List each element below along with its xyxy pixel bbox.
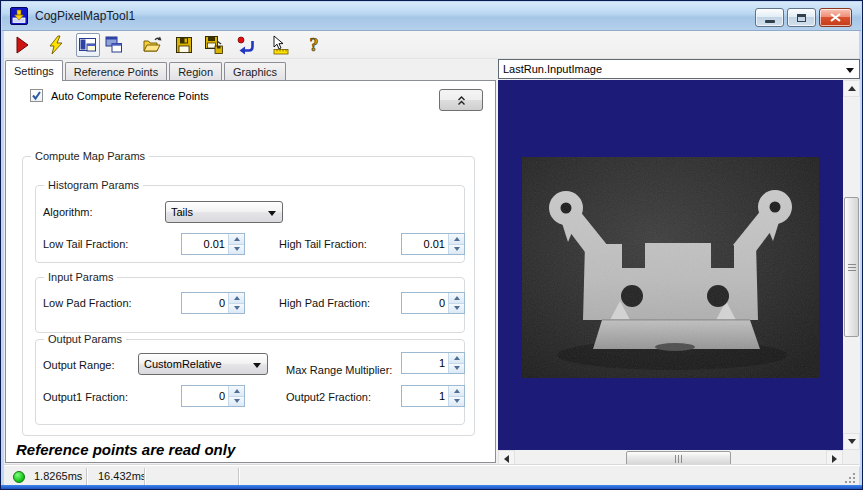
save-icon [174,35,194,55]
spin-down-button[interactable] [229,245,244,255]
output1-fraction-spinner[interactable] [181,385,245,407]
output1-fraction-input[interactable] [182,386,228,406]
low-pad-fraction-label: Low Pad Fraction: [43,297,132,309]
electric-run-button[interactable] [44,33,68,57]
output2-fraction-spinner[interactable] [401,385,465,407]
open-file-button[interactable] [140,33,164,57]
spin-up-button[interactable] [449,234,464,245]
arrow-left-icon [504,455,509,463]
max-range-multiplier-spinner[interactable] [401,352,465,374]
spin-down-button[interactable] [449,304,464,314]
low-tail-fraction-label: Low Tail Fraction: [43,238,128,250]
tab-settings[interactable]: Settings [5,60,63,81]
tab-region-label: Region [178,66,213,78]
high-tail-fraction-spinner[interactable] [401,233,465,255]
image-source-selector[interactable]: LastRun.InputImage [498,59,860,79]
output2-fraction-label: Output2 Fraction: [286,391,371,403]
auto-compute-checkbox[interactable] [30,89,43,102]
run-button[interactable] [10,33,34,57]
spin-down-button[interactable] [229,304,244,314]
spin-up-button[interactable] [449,386,464,397]
low-tail-fraction-input[interactable] [182,234,228,254]
low-pad-fraction-input[interactable] [182,293,228,313]
chevron-down-icon [268,211,276,216]
reset-icon [236,35,256,55]
spin-down-button[interactable] [449,397,464,407]
chevron-up-double-icon [456,95,467,106]
pointer-ruler-icon [270,35,290,55]
cog-pixel-map-tool-window: CogPixelMapTool1 [0,0,863,490]
tab-region[interactable]: Region [169,62,222,80]
output-range-combobox[interactable]: CustomRelative [138,353,268,375]
result-window-icon [78,35,98,55]
output-range-value: CustomRelative [144,358,222,370]
app-icon [10,7,28,25]
spin-down-icon [454,366,460,370]
spin-buttons [228,293,244,313]
high-tail-fraction-input[interactable] [402,234,448,254]
spin-up-icon [454,389,460,393]
low-tail-fraction-spinner[interactable] [181,233,245,255]
spin-up-button[interactable] [229,293,244,304]
help-icon: ? [304,35,324,55]
resize-grip[interactable] [844,472,857,485]
thumb-grip [848,264,856,265]
close-button[interactable] [819,8,852,27]
algorithm-value: Tails [171,206,193,218]
spin-down-button[interactable] [449,245,464,255]
spin-up-button[interactable] [449,293,464,304]
maximize-button[interactable] [787,8,816,27]
reset-tool-button[interactable] [234,33,258,57]
minimize-icon [765,20,775,23]
tab-graphics[interactable]: Graphics [224,62,286,80]
low-pad-fraction-spinner[interactable] [181,292,245,314]
thumb-grip [681,455,682,463]
output-range-label: Output Range: [43,359,115,371]
minimize-button[interactable] [755,8,784,27]
collapse-button[interactable] [439,89,483,111]
scroll-down-button[interactable] [843,433,860,450]
spin-up-icon [454,356,460,360]
settings-tab-page: Auto Compute Reference Points Compute Ma… [5,80,496,463]
output2-fraction-input[interactable] [402,386,448,406]
input-image-photo [522,157,819,378]
float-window-button[interactable] [102,33,126,57]
high-pad-fraction-input[interactable] [402,293,448,313]
spin-buttons [448,386,464,406]
algorithm-combobox[interactable]: Tails [165,201,283,223]
input-params-label: Input Params [44,271,117,283]
scroll-up-button[interactable] [843,80,860,97]
spin-down-button[interactable] [229,397,244,407]
svg-text:?: ? [310,35,319,55]
help-button[interactable]: ? [302,33,326,57]
max-range-multiplier-input[interactable] [402,353,448,373]
compute-map-params-label: Compute Map Params [31,150,149,162]
tab-reference-points[interactable]: Reference Points [65,62,167,80]
algorithm-label: Algorithm: [43,206,93,218]
thumb-grip [678,455,679,463]
spin-up-button[interactable] [229,386,244,397]
spin-up-button[interactable] [449,353,464,364]
save-button[interactable] [172,33,196,57]
save-as-button[interactable] [202,33,226,57]
pointer-measure-button[interactable] [268,33,292,57]
vertical-scroll-thumb[interactable] [844,197,859,337]
spin-buttons [228,386,244,406]
spin-buttons [448,293,464,313]
readonly-message: Reference points are read only [16,441,235,458]
arrow-down-icon [848,439,856,444]
spin-up-icon [234,237,240,241]
spin-up-button[interactable] [229,234,244,245]
float-window-icon [104,35,124,55]
spin-down-button[interactable] [449,364,464,374]
high-pad-fraction-spinner[interactable] [401,292,465,314]
status-separator [144,468,145,485]
tab-reference-points-label: Reference Points [74,66,158,78]
vertical-scrollbar[interactable] [843,80,860,450]
window-title: CogPixelMapTool1 [35,9,135,23]
save-as-icon [204,35,224,55]
tab-graphics-label: Graphics [233,66,277,78]
spin-up-icon [454,237,460,241]
thumb-grip [848,270,856,271]
show-result-toggle-button[interactable] [76,33,100,57]
